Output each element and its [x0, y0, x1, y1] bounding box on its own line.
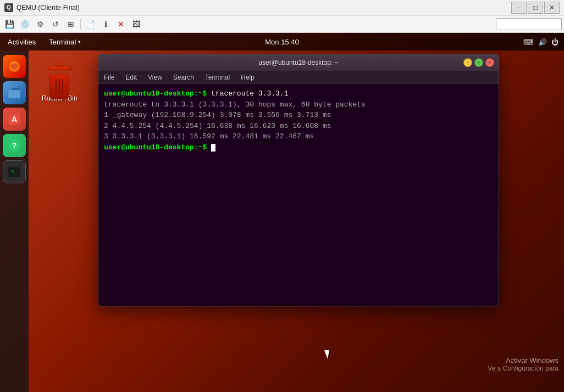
terminal-menu-help[interactable]: Help	[239, 72, 257, 82]
terminal-menu-file[interactable]: File	[102, 72, 117, 82]
cd-icon[interactable]: 💿	[18, 17, 32, 31]
help-icon-svg: ?	[7, 138, 21, 153]
svg-rect-2	[8, 90, 20, 98]
qemu-icon: Q	[4, 3, 13, 12]
topbar-right: ⌨ 🔊 ⏻	[523, 38, 564, 46]
terminal-line-2: traceroute to 3.3.3.1 (3.3.3.1), 30 hops…	[104, 99, 493, 110]
terminal-menu-edit[interactable]: Edit	[123, 72, 139, 82]
terminal-window-buttons: – + ✕	[461, 58, 494, 67]
terminal-window: user@ubuntu18-desktop: ~ – + ✕ File Edit…	[98, 54, 499, 306]
refresh-icon[interactable]: ↺	[48, 17, 63, 31]
terminal-output-2: 1 _gateway (192.168.9.254) 3.078 ms 3.55…	[104, 111, 331, 119]
terminal-output-1: traceroute to 3.3.3.1 (3.3.3.1), 30 hops…	[104, 100, 366, 109]
toolbar-separator-1	[80, 19, 81, 30]
ubuntu-desktop: Activities Terminal ▾ Mon 15:40 ⌨ 🔊 ⏻	[0, 33, 564, 392]
qemu-window: Q QEMU (Cliente-Final) – □ ✕ 💾 💿 ⚙ ↺ ⊞ 📄…	[0, 0, 564, 392]
keyboard-icon[interactable]: ⌨	[523, 38, 534, 46]
firefox-icon-svg	[7, 59, 22, 74]
terminal-prompt-2: user@ubuntu18-desktop:~$	[104, 143, 207, 152]
bin-lid	[48, 66, 71, 70]
screenshot-icon[interactable]: 🖼	[129, 17, 143, 31]
rubbish-bin[interactable]: Rubbish Bin	[40, 60, 80, 104]
qemu-search-input[interactable]	[496, 18, 562, 30]
activar-windows-watermark: Activar Windows Ve a Configuración para	[488, 356, 559, 372]
terminal-cursor	[211, 144, 215, 152]
qemu-toolbar: 💾 💿 ⚙ ↺ ⊞ 📄 ℹ ✕ 🖼	[0, 15, 564, 33]
minimize-button[interactable]: –	[511, 2, 527, 14]
sidebar-item-software[interactable]: A	[3, 108, 26, 131]
power-icon[interactable]: ⏻	[551, 38, 559, 46]
volume-icon[interactable]: 🔊	[538, 38, 547, 46]
bin-body	[49, 75, 69, 99]
terminal-line-3: 1 _gateway (192.168.9.254) 3.078 ms 3.55…	[104, 110, 493, 121]
ubuntu-clock: Mon 15:40	[265, 38, 298, 46]
terminal-line-1: user@ubuntu18-desktop:~$ traceroute 3.3.…	[104, 88, 493, 99]
terminal-sidebar-icon-svg: >_	[7, 165, 21, 179]
mouse-cursor	[324, 350, 331, 360]
bin-line-1	[56, 79, 57, 94]
terminal-output-3: 2 4.4.5.254 (4.4.5.254) 16.638 ms 16.623…	[104, 122, 331, 130]
window-controls: – □ ✕	[511, 2, 560, 14]
terminal-menu-arrow: ▾	[78, 39, 81, 44]
terminal-close-button[interactable]: ✕	[485, 58, 494, 67]
activar-line2: Ve a Configuración para	[488, 365, 559, 372]
svg-text:>_: >_	[11, 169, 17, 174]
terminal-titlebar: user@ubuntu18-desktop: ~ – + ✕	[98, 54, 499, 71]
file-icon[interactable]: 📄	[83, 17, 97, 31]
bin-lines	[56, 79, 63, 94]
qemu-titlebar: Q QEMU (Cliente-Final) – □ ✕	[0, 0, 564, 15]
sidebar-item-files[interactable]	[3, 81, 26, 104]
terminal-minimize-button[interactable]: –	[463, 58, 472, 67]
floppy-icon[interactable]: 💾	[2, 17, 16, 31]
terminal-line-6: user@ubuntu18-desktop:~$	[104, 142, 493, 153]
sidebar-item-help[interactable]: ?	[3, 134, 26, 157]
terminal-menu-label: Terminal	[49, 38, 76, 46]
terminal-content[interactable]: user@ubuntu18-desktop:~$ traceroute 3.3.…	[98, 84, 499, 306]
terminal-menu-terminal[interactable]: Terminal	[203, 72, 232, 82]
bin-line-2	[59, 79, 60, 94]
qemu-title: QEMU (Cliente-Final)	[16, 4, 511, 12]
terminal-maximize-button[interactable]: +	[474, 58, 483, 67]
terminal-title: user@ubuntu18-desktop: ~	[258, 59, 338, 66]
terminal-line-4: 2 4.4.5.254 (4.4.5.254) 16.638 ms 16.623…	[104, 121, 493, 132]
software-icon-svg: A	[7, 112, 21, 126]
terminal-menu-view[interactable]: View	[146, 72, 164, 82]
files-icon-svg	[7, 86, 21, 100]
rubbish-bin-icon	[46, 63, 73, 93]
close-button[interactable]: ✕	[544, 2, 560, 14]
info-icon[interactable]: ℹ	[98, 17, 113, 31]
svg-text:A: A	[12, 115, 17, 124]
terminal-line-5: 3 3.3.3.1 (3.3.3.1) 16.592 ms 22.481 ms …	[104, 131, 493, 142]
stop-icon[interactable]: ✕	[114, 17, 128, 31]
windows-icon[interactable]: ⊞	[64, 17, 78, 31]
sidebar-item-firefox[interactable]	[3, 55, 26, 78]
ubuntu-topbar: Activities Terminal ▾ Mon 15:40 ⌨ 🔊 ⏻	[0, 33, 564, 51]
activar-line1: Activar Windows	[488, 356, 559, 365]
terminal-menu-search[interactable]: Search	[171, 72, 196, 82]
terminal-menubar: File Edit View Search Terminal Help	[98, 71, 499, 84]
maximize-button[interactable]: □	[528, 2, 543, 14]
sidebar-item-terminal[interactable]: >_	[3, 160, 26, 183]
terminal-prompt-1: user@ubuntu18-desktop:~$	[104, 89, 207, 98]
activities-button[interactable]: Activities	[0, 33, 43, 51]
settings-icon[interactable]: ⚙	[33, 17, 47, 31]
cursor-shape	[324, 350, 329, 359]
svg-text:?: ?	[12, 141, 17, 150]
terminal-output-4: 3 3.3.3.1 (3.3.3.1) 16.592 ms 22.481 ms …	[104, 132, 314, 141]
terminal-cmd-1: traceroute 3.3.3.1	[211, 89, 288, 98]
bin-line-3	[62, 79, 63, 94]
terminal-menu-button[interactable]: Terminal ▾	[43, 38, 86, 46]
ubuntu-sidebar: A ? >_	[0, 51, 29, 392]
